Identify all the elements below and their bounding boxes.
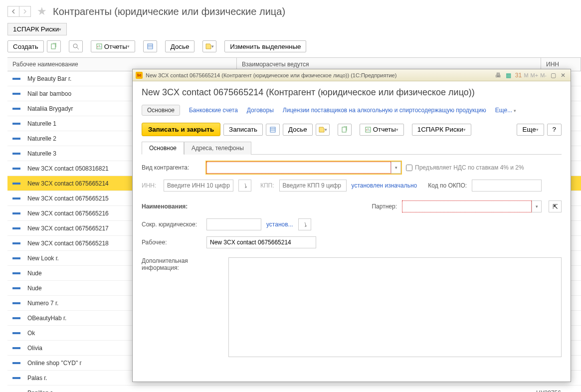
window-title: New 3CX contact 0675665214 (Контрагент (… bbox=[146, 72, 396, 78]
row-icon bbox=[12, 257, 20, 259]
tab-addresses[interactable]: Адреса, телефоны bbox=[184, 142, 251, 155]
counterparty-modal: 1c New 3CX contact 0675665214 (Контраген… bbox=[132, 69, 571, 382]
okpo-label: Код по ОКПО: bbox=[428, 182, 467, 189]
star-icon[interactable]: ★ bbox=[37, 5, 47, 18]
page-title: Контрагенты (юридические или физические … bbox=[53, 6, 285, 17]
vat-checkbox[interactable]: Предъявляет НДС по ставкам 4% и 2% bbox=[406, 164, 524, 171]
m-icon[interactable]: M bbox=[523, 72, 529, 78]
m-plus-icon[interactable]: M+ bbox=[530, 72, 540, 78]
row-icon bbox=[12, 302, 20, 304]
kpp-link[interactable]: установлен изначально bbox=[352, 182, 417, 189]
type-dropdown-btn[interactable]: ▾ bbox=[391, 162, 401, 174]
back-button[interactable] bbox=[7, 6, 19, 17]
row-icon bbox=[12, 123, 20, 125]
dossier-button[interactable]: Досье bbox=[165, 40, 195, 52]
short-legal-label: Сокр. юридическое: bbox=[142, 221, 201, 228]
inn-lookup-btn[interactable] bbox=[238, 180, 251, 192]
partner-combo[interactable]: ▾ bbox=[402, 200, 542, 212]
additional-label: Дополнительная информация: bbox=[142, 257, 223, 271]
names-label: Наименования: bbox=[142, 203, 201, 210]
row-icon bbox=[12, 197, 20, 199]
partner-input[interactable] bbox=[402, 200, 532, 212]
partner-dropdown-btn[interactable]: ▾ bbox=[532, 200, 542, 212]
row-code: ЦУ29756 bbox=[536, 390, 576, 392]
short-lookup-btn[interactable] bbox=[298, 218, 311, 230]
modal-reports-button[interactable]: Отчеты bbox=[360, 124, 404, 136]
working-input[interactable] bbox=[206, 236, 316, 248]
modal-title: New 3CX contact 0675665214 (Контрагент (… bbox=[142, 87, 562, 98]
row-icon bbox=[12, 347, 20, 349]
row-icon bbox=[12, 153, 20, 155]
row-icon bbox=[12, 138, 20, 140]
maximize-icon[interactable]: ▢ bbox=[549, 71, 558, 80]
inn-label: ИНН: bbox=[142, 182, 159, 189]
short-legal-link[interactable]: установ... bbox=[266, 221, 293, 228]
row-icon bbox=[12, 168, 20, 170]
change-selected-button[interactable]: Изменить выделенные bbox=[224, 40, 306, 52]
row-icon bbox=[12, 78, 20, 80]
list-view-button[interactable] bbox=[143, 40, 157, 52]
row-icon bbox=[12, 108, 20, 110]
1c-icon: 1c bbox=[136, 72, 143, 79]
print-icon[interactable]: 🖶 bbox=[494, 71, 503, 80]
row-icon bbox=[12, 93, 20, 95]
section-bank[interactable]: Банковские счета bbox=[189, 107, 238, 114]
modal-attach-dropdown[interactable] bbox=[316, 124, 330, 136]
modal-spark-button[interactable]: 1СПАРК Риски bbox=[412, 124, 471, 136]
svg-rect-0 bbox=[51, 44, 55, 49]
section-more[interactable]: Еще... bbox=[495, 107, 516, 114]
modal-dossier-button[interactable]: Досье bbox=[283, 124, 313, 136]
svg-line-2 bbox=[77, 47, 79, 49]
row-icon bbox=[12, 362, 20, 364]
save-button[interactable]: Записать bbox=[223, 124, 263, 136]
additional-textarea[interactable] bbox=[228, 257, 562, 357]
type-input[interactable] bbox=[206, 162, 391, 174]
find-button[interactable] bbox=[69, 40, 83, 52]
row-icon bbox=[12, 377, 20, 379]
modal-more-button[interactable]: Еще bbox=[517, 124, 544, 136]
row-icon bbox=[12, 287, 20, 289]
svg-rect-7 bbox=[148, 44, 153, 49]
reports-button[interactable]: Отчеты bbox=[91, 40, 135, 52]
spark-risks-button[interactable]: 1СПАРК Риски bbox=[7, 23, 67, 35]
row-icon bbox=[12, 317, 20, 319]
row-icon bbox=[12, 242, 20, 244]
attach-dropdown[interactable] bbox=[202, 40, 216, 52]
row-icon bbox=[12, 227, 20, 229]
list-button[interactable] bbox=[266, 124, 280, 136]
tab-main[interactable]: Основное bbox=[142, 142, 184, 155]
type-combo[interactable]: ▾ bbox=[206, 162, 401, 174]
table-row[interactable]: Papillon гЦУ29756 bbox=[7, 386, 581, 392]
calendar-icon[interactable]: 31 bbox=[514, 71, 523, 80]
create-button[interactable]: Создать bbox=[7, 40, 44, 52]
modal-help-button[interactable]: ? bbox=[547, 124, 562, 136]
m-minus-icon[interactable]: M- bbox=[539, 72, 548, 78]
row-name: Papillon г bbox=[27, 390, 536, 392]
row-icon bbox=[12, 332, 20, 334]
inn-input[interactable] bbox=[164, 180, 233, 192]
kpp-input[interactable] bbox=[279, 180, 347, 192]
partner-open-btn[interactable]: ⇱ bbox=[549, 200, 562, 212]
section-main[interactable]: Основное bbox=[142, 105, 180, 116]
type-label: Вид контрагента: bbox=[142, 164, 201, 171]
section-licenses[interactable]: Лицензии поставщиков на алкогольную и сп… bbox=[283, 107, 486, 114]
working-label: Рабочее: bbox=[142, 239, 201, 246]
modal-titlebar[interactable]: 1c New 3CX contact 0675665214 (Контраген… bbox=[133, 69, 571, 81]
row-icon bbox=[12, 212, 20, 214]
copy-button[interactable] bbox=[47, 40, 61, 52]
svg-rect-13 bbox=[342, 127, 346, 132]
partner-label: Партнер: bbox=[372, 203, 397, 210]
close-icon[interactable]: ✕ bbox=[559, 71, 568, 80]
row-icon bbox=[12, 272, 20, 274]
forward-button[interactable] bbox=[19, 6, 31, 17]
modal-copy-button[interactable] bbox=[338, 124, 352, 136]
save-close-button[interactable]: Записать и закрыть bbox=[142, 123, 220, 136]
okpo-input[interactable] bbox=[472, 180, 542, 192]
section-contracts[interactable]: Договоры bbox=[247, 107, 274, 114]
calc-icon[interactable]: ▦ bbox=[504, 71, 513, 80]
kpp-label: КПП: bbox=[260, 182, 274, 189]
svg-point-1 bbox=[73, 44, 77, 48]
short-legal-input[interactable] bbox=[206, 218, 261, 230]
row-icon bbox=[12, 183, 20, 185]
svg-rect-10 bbox=[270, 127, 275, 132]
